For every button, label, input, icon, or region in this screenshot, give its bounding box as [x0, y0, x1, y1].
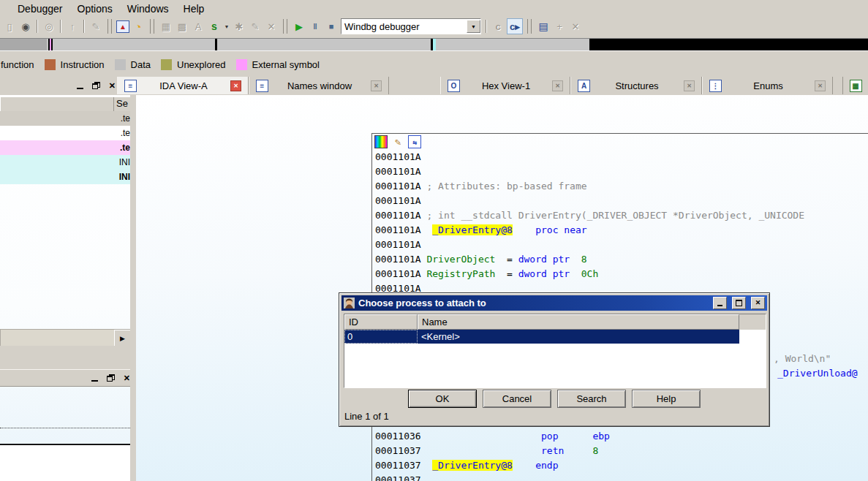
help-button[interactable]: Help	[632, 390, 701, 408]
listing-line[interactable]: 00011037 _DriverEntry@8 endp	[375, 458, 558, 473]
sync-arrows-icon[interactable]: ⇆	[408, 135, 421, 148]
make-string-icon[interactable]: s	[207, 19, 222, 34]
dialog-status-text: Line 1 of 1	[344, 411, 389, 422]
edit-pencil-icon[interactable]: ✎	[392, 136, 404, 148]
segments-header-name-column[interactable]	[1, 97, 114, 112]
segment-row[interactable]: .te	[0, 126, 131, 140]
tab-structures[interactable]: AStructures✕	[570, 77, 702, 94]
process-row-selected[interactable]: 0<Kernel>	[344, 330, 739, 344]
tab-close-icon[interactable]: ✕	[684, 80, 695, 91]
make-array-icon[interactable]: ✱	[232, 19, 246, 34]
tab-close-icon[interactable]: ✕	[230, 80, 241, 91]
tab-label: Structures	[590, 80, 684, 91]
dialog-close-button[interactable]: ✕	[751, 297, 765, 309]
segment-row[interactable]: INI	[0, 170, 131, 184]
tab-ida-view-a[interactable]: ≡IDA View-A✕	[117, 77, 249, 94]
column-header-name[interactable]: Name	[418, 314, 739, 330]
problems-warning-icon[interactable]: ▲	[116, 20, 129, 33]
search-button[interactable]: Search	[557, 390, 626, 408]
restore-icon[interactable]	[92, 82, 100, 89]
listing-line[interactable]: 00011037	[375, 473, 421, 481]
listing-line[interactable]: 0001101A	[375, 164, 421, 179]
listing-address: 0001101A	[375, 254, 421, 265]
make-data-icon[interactable]: ▩	[175, 19, 189, 34]
listing-address: 00011037	[375, 445, 421, 456]
edit-function-icon[interactable]: ✎	[248, 19, 263, 34]
listing-overlay-fragment: , World\n"	[774, 353, 831, 364]
lock-signature-icon[interactable]: ✎	[88, 19, 103, 34]
listing-line[interactable]: 00011036 pop ebp	[375, 429, 610, 444]
ok-button[interactable]: OK	[408, 390, 477, 408]
menu-item-debugger[interactable]: Debugger	[10, 1, 70, 16]
doc-partial-icon[interactable]: ▯	[2, 19, 17, 34]
waitbox-clock-icon[interactable]: ◔	[131, 19, 146, 34]
dialog-titlebar[interactable]: Choose process to attach to ✕	[341, 295, 767, 311]
run-until-return-c-icon[interactable]: c▸	[507, 18, 523, 34]
legend-swatch-external-symbol	[236, 59, 247, 70]
search-again-icon[interactable]: ◎	[42, 19, 56, 34]
listing-line[interactable]: 0001101A DriverObject = dword ptr 8	[375, 252, 587, 267]
menu-bar: DebuggerOptionsWindowsHelp	[0, 0, 868, 17]
tab-hex-view-1[interactable]: OHex View-1✕	[440, 77, 570, 94]
scroll-right-button[interactable]: ▶	[114, 330, 131, 346]
listing-line[interactable]: 0001101A ; Attributes: bp-based frame	[375, 179, 587, 194]
undefine-icon[interactable]: ✕	[264, 19, 279, 34]
listing-comment: ; int __stdcall DriverEntry(_DRIVER_OBJE…	[426, 210, 804, 221]
continue-process-icon[interactable]: ▶	[292, 19, 306, 34]
menu-item-options[interactable]: Options	[70, 1, 120, 16]
tab-names-window[interactable]: ≡Names window✕	[249, 77, 389, 94]
close-icon[interactable]: ✕	[124, 374, 130, 382]
minimize-icon[interactable]	[91, 374, 98, 382]
column-header-id[interactable]: ID	[344, 314, 418, 330]
cancel-button[interactable]: Cancel	[483, 390, 551, 408]
menu-item-help[interactable]: Help	[176, 1, 212, 16]
tab-close-icon[interactable]: ✕	[815, 80, 826, 91]
ida-view-icon: ≡	[124, 80, 137, 92]
stop-process-icon[interactable]: ■	[324, 19, 339, 34]
debugger-combobox[interactable]: Windbg debugger▼	[341, 18, 481, 34]
listing-line[interactable]: 0001101A _DriverEntry@8 proc near	[375, 223, 587, 238]
make-code-icon[interactable]: ▦	[159, 19, 173, 34]
jump-up-icon[interactable]: ↑	[65, 19, 80, 34]
listing-line[interactable]: 0001101A RegistryPath = dword ptr 0Ch	[375, 267, 598, 281]
close-icon[interactable]: ✕	[109, 82, 116, 90]
process-list[interactable]: IDName 0<Kernel>	[344, 314, 766, 388]
listing-line[interactable]: 0001101A	[375, 238, 421, 252]
menu-item-windows[interactable]: Windows	[120, 1, 176, 16]
listing-line[interactable]: 0001101A ; int __stdcall DriverEntry(_DR…	[375, 208, 804, 223]
dialog-minimize-button[interactable]	[713, 297, 727, 309]
dialog-maximize-button[interactable]	[732, 297, 746, 309]
palette-icon[interactable]	[374, 135, 388, 148]
tab-close-icon[interactable]: ✕	[371, 80, 382, 91]
search-binoculars-icon[interactable]: ◉	[18, 19, 33, 34]
tab-stub[interactable]: ▦	[842, 77, 868, 94]
step-over-c-icon[interactable]: c	[491, 19, 505, 34]
navband-track[interactable]	[0, 38, 868, 51]
tab-close-icon[interactable]: ✕	[552, 80, 563, 91]
listing-name: RegistryPath	[426, 268, 495, 279]
segment-row[interactable]: .te	[0, 111, 131, 126]
segment-row[interactable]: .te	[0, 140, 131, 155]
pause-process-icon[interactable]: ‖	[308, 19, 322, 34]
listing-line[interactable]: 00011037 retn 8	[375, 444, 598, 458]
ida-view-canvas[interactable]: ✎ ⇆ 0001101A0001101A0001101A ; Attribute…	[136, 95, 868, 481]
toolbar-separator	[83, 20, 85, 33]
segments-header[interactable]: Se	[0, 96, 132, 113]
horizontal-scrollbar[interactable]: ▶	[0, 329, 132, 347]
debugger-windows-icon[interactable]: ▤	[536, 19, 551, 34]
combo-dropdown-icon[interactable]: ▼	[467, 20, 480, 33]
restore-icon[interactable]	[107, 374, 115, 382]
listing-num: 0Ch	[581, 268, 598, 279]
minimize-icon[interactable]	[77, 82, 83, 89]
listing-line[interactable]: 0001101A	[375, 194, 421, 208]
tab-enums[interactable]: ⋮Enums✕	[702, 77, 833, 94]
string-dropdown-icon[interactable]: ▼	[223, 19, 230, 34]
navigation-band[interactable]	[0, 36, 868, 53]
make-name-icon[interactable]: A	[191, 19, 205, 34]
segment-row[interactable]: INI	[0, 155, 131, 170]
delete-breakpoint-icon[interactable]: ✕	[568, 19, 583, 34]
listing-line[interactable]: 0001101A	[375, 150, 421, 164]
add-breakpoint-icon[interactable]: +	[552, 19, 567, 34]
segments-header-segment-column[interactable]: Se	[114, 97, 131, 112]
listing-num: 8	[581, 254, 587, 265]
